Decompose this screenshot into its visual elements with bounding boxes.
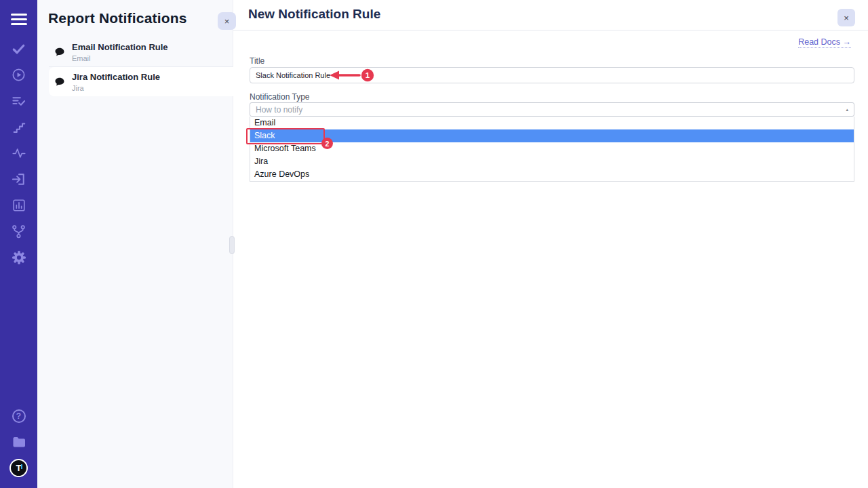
rule-item-texts: Email Notification Rule Email bbox=[72, 42, 168, 62]
select-placeholder: How to notify bbox=[256, 105, 846, 115]
check-icon[interactable] bbox=[0, 41, 37, 57]
list-check-icon[interactable] bbox=[0, 93, 37, 109]
notification-type-select[interactable]: How to notify ▴ bbox=[250, 102, 854, 117]
option-microsoft-teams[interactable]: Microsoft Teams bbox=[250, 142, 854, 155]
title-input[interactable] bbox=[250, 67, 854, 83]
settings-gear-icon[interactable] bbox=[0, 249, 37, 266]
header-divider bbox=[233, 30, 868, 30]
new-notification-rule-panel: New Notification Rule × Read Docs → Titl… bbox=[233, 0, 868, 488]
docs-folder-icon[interactable] bbox=[0, 434, 37, 450]
rule-item-title: Jira Notification Rule bbox=[72, 72, 160, 82]
chat-bubble-icon bbox=[54, 76, 66, 88]
help-icon[interactable]: ? bbox=[0, 408, 37, 424]
hamburger-icon bbox=[11, 14, 27, 25]
rule-item-subtitle: Jira bbox=[72, 84, 160, 92]
option-email[interactable]: Email bbox=[250, 117, 854, 129]
option-azure-devops[interactable]: Azure DevOps bbox=[250, 168, 854, 181]
steps-icon[interactable] bbox=[0, 119, 37, 136]
rule-item-texts: Jira Notification Rule Jira bbox=[72, 72, 160, 92]
bar-chart-icon[interactable] bbox=[0, 197, 37, 214]
product-logo[interactable]: T bbox=[0, 458, 37, 477]
play-circle-icon[interactable] bbox=[0, 66, 37, 83]
page-title: New Notification Rule bbox=[248, 7, 380, 22]
app-sidebar: ? T bbox=[0, 0, 37, 488]
activity-pulse-icon[interactable] bbox=[0, 145, 37, 161]
menu-icon[interactable] bbox=[0, 11, 37, 27]
chat-bubble-icon bbox=[54, 46, 66, 58]
notification-type-options: Email Slack Microsoft Teams Jira Azure D… bbox=[250, 117, 854, 182]
logo-accent-mark bbox=[21, 464, 22, 469]
panel-title: Report Notifications bbox=[48, 10, 187, 26]
option-jira[interactable]: Jira bbox=[250, 155, 854, 168]
logo-t-icon: T bbox=[9, 459, 28, 477]
panel-resize-handle[interactable] bbox=[229, 236, 235, 254]
panel-close-button[interactable]: × bbox=[218, 12, 236, 30]
main-close-button[interactable]: × bbox=[837, 9, 855, 26]
report-notifications-panel: Report Notifications × Email Notificatio… bbox=[37, 0, 233, 488]
list-item-email-rule[interactable]: Email Notification Rule Email bbox=[49, 38, 233, 67]
sign-in-icon[interactable] bbox=[0, 171, 37, 187]
git-fork-icon[interactable] bbox=[0, 223, 37, 239]
question-mark-icon: ? bbox=[12, 409, 26, 423]
option-slack[interactable]: Slack bbox=[250, 129, 854, 142]
caret-up-icon: ▴ bbox=[846, 107, 848, 113]
read-docs-link[interactable]: Read Docs → bbox=[798, 37, 851, 48]
type-field-label: Notification Type bbox=[250, 92, 310, 102]
list-item-jira-rule[interactable]: Jira Notification Rule Jira bbox=[49, 67, 233, 96]
title-field-label: Title bbox=[250, 56, 264, 66]
rule-item-subtitle: Email bbox=[72, 54, 168, 62]
rule-item-title: Email Notification Rule bbox=[72, 42, 168, 52]
